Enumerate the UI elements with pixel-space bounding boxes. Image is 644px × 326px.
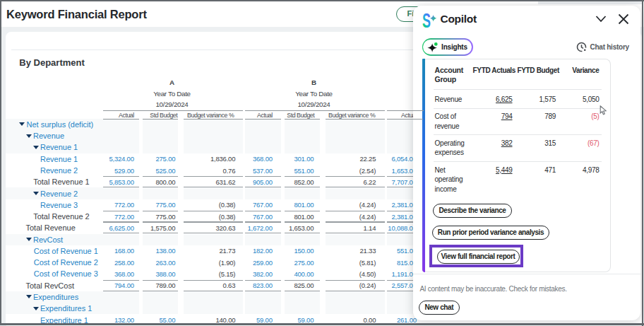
svg-text:S: S bbox=[422, 12, 431, 32]
